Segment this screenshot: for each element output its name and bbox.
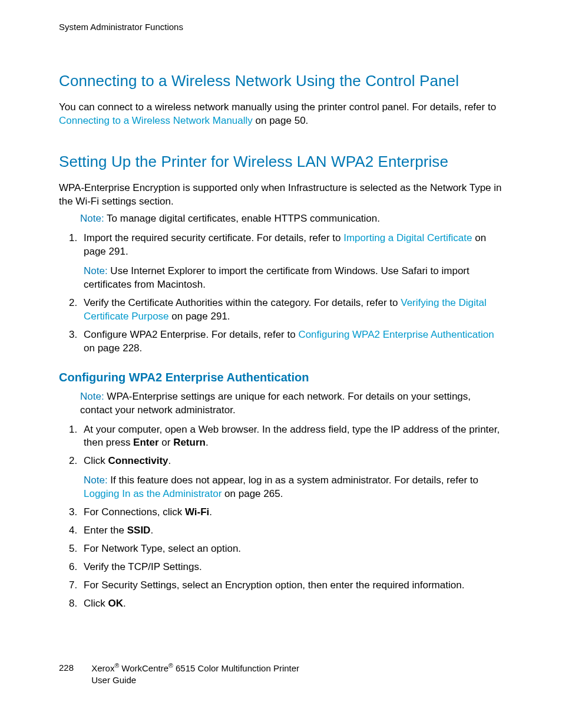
note-step2: Note: If this feature does not appear, l… bbox=[84, 474, 503, 501]
text: on page 265. bbox=[222, 488, 283, 499]
page-container: System Administrator Functions Connectin… bbox=[0, 0, 562, 728]
note-text: If this feature does not appear, log in … bbox=[108, 475, 478, 486]
text: Verify the Certificate Authorities withi… bbox=[84, 297, 401, 308]
text: Enter the bbox=[84, 525, 127, 536]
step-8: Click OK. bbox=[80, 597, 503, 611]
product-line: Xerox® WorkCentre® 6515 Color Multifunct… bbox=[91, 662, 299, 686]
link-connecting-manually[interactable]: Connecting to a Wireless Network Manuall… bbox=[59, 115, 253, 126]
bold-connectivity: Connectivity bbox=[108, 455, 168, 466]
text: WorkCentre bbox=[119, 663, 168, 673]
steps-configuring-auth: At your computer, open a Web browser. In… bbox=[59, 423, 503, 611]
heading-configuring-wpa2-auth: Configuring WPA2 Enterprise Authenticati… bbox=[59, 370, 503, 386]
text: Configure WPA2 Enterprise. For details, … bbox=[84, 329, 298, 340]
note-label: Note: bbox=[84, 475, 108, 486]
text: or bbox=[159, 437, 174, 448]
step-3: Configure WPA2 Enterprise. For details, … bbox=[80, 328, 503, 355]
step-2: Click Connectivity. Note: If this featur… bbox=[80, 454, 503, 501]
running-header: System Administrator Functions bbox=[59, 21, 503, 33]
step-1: At your computer, open a Web browser. In… bbox=[80, 423, 503, 450]
text: 6515 Color Multifunction Printer bbox=[173, 663, 299, 673]
text: Click bbox=[84, 455, 108, 466]
note-label: Note: bbox=[80, 391, 104, 402]
text: You can connect to a wireless network ma… bbox=[59, 101, 496, 113]
text: Click bbox=[84, 598, 108, 609]
note-label: Note: bbox=[84, 265, 108, 276]
note-label: Note: bbox=[80, 213, 104, 224]
text: . bbox=[209, 506, 212, 518]
paragraph-section1: You can connect to a wireless network ma… bbox=[59, 101, 503, 128]
text: Import the required security certificate… bbox=[84, 232, 343, 243]
paragraph-section2-intro: WPA-Enterprise Encryption is supported o… bbox=[59, 182, 503, 209]
step-3: For Connections, click Wi-Fi. bbox=[80, 506, 503, 519]
registered-mark: ® bbox=[168, 662, 173, 669]
note-text: WPA-Enterprise settings are unique for e… bbox=[80, 391, 471, 416]
bold-wifi: Wi-Fi bbox=[185, 506, 209, 518]
note-text: To manage digital certificates, enable H… bbox=[104, 213, 380, 224]
step-5: For Network Type, select an option. bbox=[80, 542, 503, 556]
bold-ssid: SSID bbox=[127, 525, 151, 536]
step-7: For Security Settings, select an Encrypt… bbox=[80, 579, 503, 592]
link-importing-certificate[interactable]: Importing a Digital Certificate bbox=[343, 232, 472, 243]
steps-wpa2-setup: Import the required security certificate… bbox=[59, 232, 503, 355]
text: . bbox=[123, 598, 126, 609]
heading-wpa2-enterprise: Setting Up the Printer for Wireless LAN … bbox=[59, 151, 503, 172]
step-2: Verify the Certificate Authorities withi… bbox=[80, 297, 503, 324]
text: on page 50. bbox=[253, 115, 309, 126]
step-6: Verify the TCP/IP Settings. bbox=[80, 561, 503, 574]
note-https: Note: To manage digital certificates, en… bbox=[80, 212, 503, 226]
text: For Connections, click bbox=[84, 506, 185, 518]
link-logging-in-admin[interactable]: Logging In as the Administrator bbox=[84, 488, 222, 499]
text: on page 228. bbox=[84, 342, 142, 354]
step-1: Import the required security certificate… bbox=[80, 232, 503, 292]
text: . bbox=[206, 437, 209, 448]
note-step1: Note: Use Internet Explorer to import th… bbox=[84, 265, 503, 292]
page-number: 228 bbox=[59, 662, 74, 674]
step-4: Enter the SSID. bbox=[80, 524, 503, 538]
text: User Guide bbox=[91, 675, 136, 685]
link-configuring-wpa2[interactable]: Configuring WPA2 Enterprise Authenticati… bbox=[298, 329, 494, 340]
text: . bbox=[150, 525, 153, 536]
page-footer: 228 Xerox® WorkCentre® 6515 Color Multif… bbox=[59, 662, 299, 686]
text: Xerox bbox=[91, 663, 114, 673]
text: . bbox=[168, 455, 171, 466]
text: on page 291. bbox=[169, 311, 230, 322]
bold-ok: OK bbox=[108, 598, 124, 609]
registered-mark: ® bbox=[114, 662, 119, 669]
heading-connecting-wireless: Connecting to a Wireless Network Using t… bbox=[59, 71, 503, 91]
bold-enter: Enter bbox=[133, 437, 158, 448]
note-unique-settings: Note: WPA-Enterprise settings are unique… bbox=[80, 390, 503, 417]
bold-return: Return bbox=[173, 437, 206, 448]
note-text: Use Internet Explorer to import the cert… bbox=[84, 265, 470, 290]
